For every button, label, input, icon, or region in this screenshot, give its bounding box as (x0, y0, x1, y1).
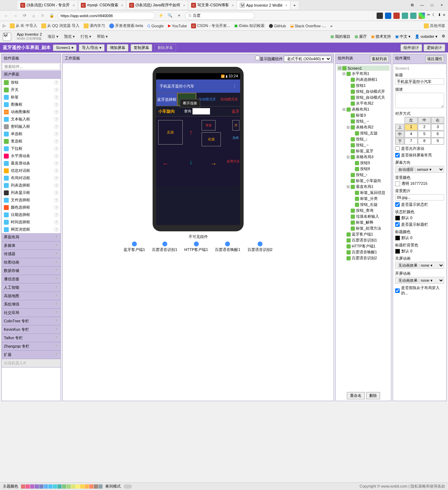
arrow-right-icon[interactable]: → (210, 160, 217, 168)
orient-select[interactable]: 自动感应 : sensor ▾ (395, 166, 444, 173)
design-view-button[interactable]: 组件设计 (400, 44, 422, 51)
language-select[interactable]: ▣中文 ▾ (395, 34, 411, 39)
closeanim-select[interactable]: 无动画效果 : none ▾ (395, 262, 444, 269)
category-header[interactable]: 数据存储? (2, 267, 61, 275)
reload-icon[interactable]: ⟳ (21, 13, 28, 18)
ext-icon[interactable] (377, 13, 383, 19)
tree-node[interactable]: 蓝牙客户端1 (337, 231, 390, 237)
tab-4[interactable]: 🐼App Inventor 2 WxBit× (237, 1, 290, 9)
bookmark-other[interactable]: 其他书签 (424, 23, 445, 28)
palette-item[interactable]: 文件选择框? (2, 196, 61, 204)
close-icon[interactable]: × (285, 3, 287, 7)
tab-2[interactable]: C(3条消息) Java程序中如何× (126, 1, 188, 9)
translate-icon[interactable]: ▾ (176, 13, 183, 18)
palette-item[interactable]: 文本输入框? (2, 115, 61, 123)
project-props-button[interactable]: 项目属性 (425, 56, 444, 62)
tab-0[interactable]: C(3条消息) CSDN - 专业开× (18, 1, 78, 9)
palette-item[interactable]: 颜色选择框? (2, 204, 61, 211)
close-icon[interactable]: × (121, 3, 123, 7)
tree-node[interactable]: ⊟垂直布局1 (337, 184, 390, 190)
tree-node[interactable]: 百度语音识别1 (337, 237, 390, 243)
category-header[interactable]: Taifun 专栏? (2, 334, 61, 342)
color-swatch[interactable] (395, 236, 400, 240)
import-export-button[interactable]: 导入/导出 ▾ (79, 44, 105, 51)
help-icon[interactable]: ? (54, 260, 58, 264)
palette-item[interactable]: 网页浏览框? (2, 226, 61, 233)
showstatus-checkbox[interactable] (395, 202, 400, 207)
ext-icon[interactable] (385, 13, 391, 19)
tree-node[interactable]: 按钮_查询 (337, 208, 390, 214)
tree-node[interactable]: 标签_解释 (337, 219, 390, 225)
category-header[interactable]: 社交应用? (2, 309, 61, 317)
help-icon[interactable]: ? (54, 318, 58, 323)
support-link[interactable]: ▣技术支持 (371, 34, 391, 39)
download-icon[interactable]: ⬇ (438, 13, 441, 19)
palette-item[interactable]: 信息对话框? (2, 167, 61, 174)
left-spin-button[interactable]: 左旋 (158, 120, 183, 145)
overflow-icon[interactable]: ⋮ (233, 84, 237, 89)
moon-icon[interactable]: ☾ (432, 13, 436, 19)
category-header[interactable]: 绘图动画? (2, 258, 61, 267)
tree-node[interactable]: 标签_处理方法 (337, 225, 390, 231)
theme-swatches[interactable] (21, 484, 103, 489)
query-input[interactable] (192, 108, 210, 114)
help-icon[interactable]: ? (54, 139, 58, 144)
palette-item[interactable]: 布局对话框? (2, 174, 61, 182)
palette-item[interactable]: 开关? (2, 86, 61, 93)
help-icon[interactable]: ? (54, 276, 58, 281)
category-header[interactable]: ColinTree 专栏? (2, 317, 61, 326)
close-icon[interactable]: × (72, 3, 75, 7)
arrow-up-icon[interactable]: ↑ (189, 129, 192, 136)
invisible-component[interactable]: 百度语音识别1 (152, 241, 177, 252)
tree-node[interactable]: 百度语音识别2 (337, 255, 390, 261)
keepon-checkbox[interactable] (395, 153, 400, 158)
palette-item[interactable]: 列表选择框? (2, 182, 61, 189)
tree-node[interactable]: 按钮_→ (337, 118, 390, 124)
menu-icon[interactable]: ≡ (443, 13, 445, 19)
home-icon[interactable]: ⌂ (30, 14, 37, 18)
palette-item[interactable]: 标签? (2, 93, 61, 101)
ext-icon[interactable] (410, 13, 416, 19)
help-icon[interactable]: ? (54, 103, 58, 107)
align-grid[interactable]: 左中右 上123 中456 下789 (395, 117, 444, 145)
tree-node[interactable]: 按钮_自动模式关 (337, 94, 390, 100)
palette-item[interactable]: 动画图像框? (2, 108, 61, 115)
color-swatch[interactable] (395, 216, 400, 220)
desc-input[interactable] (395, 93, 444, 108)
bookmark[interactable]: 从 QQ 浏览器 导入 (41, 23, 79, 28)
menu-project[interactable]: 项目 ▾ (48, 34, 58, 39)
maximize-icon[interactable]: □ (428, 3, 435, 7)
invisible-component[interactable]: 蓝牙客户端1 (124, 241, 145, 252)
palette-search-input[interactable] (2, 63, 60, 70)
overflow-icon[interactable]: » (330, 24, 332, 28)
bookmark[interactable]: ⬓Stack Overflow -... (290, 23, 326, 28)
invisible-component[interactable]: HTTP客户端1 (184, 241, 208, 252)
category-header[interactable]: 界面布局? (2, 233, 61, 241)
tree-node[interactable]: 标签_分类 (337, 196, 390, 202)
zoom-icon[interactable]: 🔍 (167, 13, 174, 18)
tree-node[interactable]: 垃圾名称输入 (337, 214, 390, 219)
tree-node[interactable]: 标签_返回信息 (337, 190, 390, 196)
help-icon[interactable]: ? (54, 154, 58, 158)
category-header[interactable]: 高德地图? (2, 292, 61, 300)
right-spin-button[interactable]: 右旋 (202, 132, 221, 146)
palette-item[interactable]: 复选框? (2, 138, 61, 145)
scroll-checkbox[interactable] (395, 146, 400, 151)
bookmark[interactable]: 从 IE 中导入 (10, 23, 37, 28)
tree-node[interactable]: ⊟表格布局2 (337, 124, 390, 130)
minimize-icon[interactable]: — (419, 3, 426, 7)
new-tab-button[interactable]: + (290, 1, 298, 9)
bt-select-button[interactable]: 蓝牙选择框 (156, 93, 177, 106)
bookmark[interactable]: ⬤GitHub (269, 23, 286, 28)
help-icon[interactable]: ? (54, 198, 58, 202)
category-header[interactable]: 系统增强? (2, 300, 61, 309)
palette-item[interactable]: 下拉框? (2, 145, 61, 152)
help-icon[interactable]: ? (54, 335, 58, 340)
star-icon[interactable]: ☆ (39, 13, 46, 18)
invisible-component[interactable]: 百度语音识别2 (247, 241, 273, 252)
openanim-select[interactable]: 无动画效果 : none ▾ (395, 277, 444, 284)
bookmark[interactable]: GGoogle (147, 24, 164, 28)
copy-screen-button[interactable]: 复制屏幕 (131, 44, 152, 51)
category-header[interactable]: 传感器? (2, 250, 61, 258)
tree-node[interactable]: 标签3 (337, 112, 390, 118)
